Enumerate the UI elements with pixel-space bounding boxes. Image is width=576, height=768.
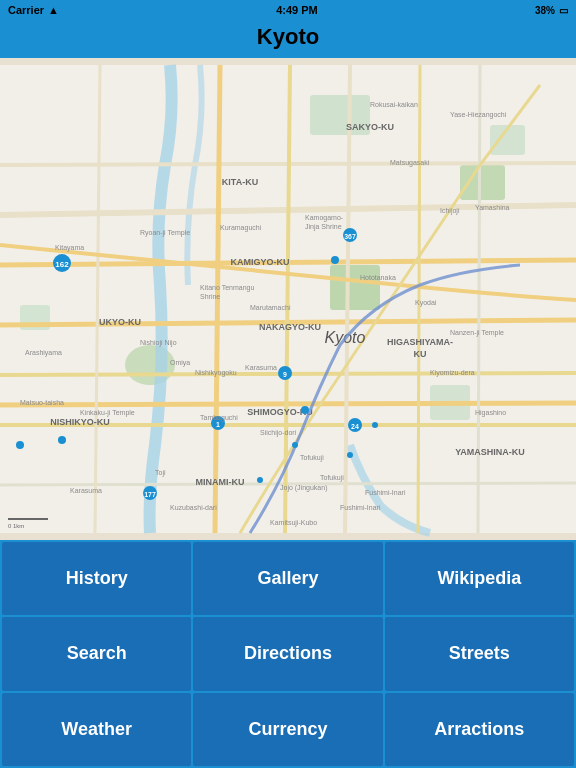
svg-text:Shrine: Shrine [200,293,220,300]
svg-text:Kinkaku-ji Temple: Kinkaku-ji Temple [80,409,135,417]
svg-text:SAKYO-KU: SAKYO-KU [346,122,394,132]
svg-text:Yamashina: Yamashina [475,204,510,211]
svg-text:Kamogamo-: Kamogamo- [305,214,344,222]
svg-point-35 [301,406,309,414]
svg-text:Matsugasaki: Matsugasaki [390,159,430,167]
wikipedia-button[interactable]: Wikipedia [385,542,574,615]
svg-text:Matsuo-taisha: Matsuo-taisha [20,399,64,406]
svg-text:Tambaguchi: Tambaguchi [200,414,238,422]
svg-text:24: 24 [351,423,359,430]
map-svg[interactable]: SAKYO-KU KITA-KU KAMIGYO-KU UKYO-KU NAKA… [0,58,576,540]
svg-text:Nishikyogoku: Nishikyogoku [195,369,237,377]
directions-button[interactable]: Directions [193,617,382,690]
battery-label: 38% [535,5,555,16]
svg-point-39 [372,422,378,428]
status-left: Carrier ▲ [8,4,59,16]
svg-point-38 [257,477,263,483]
svg-text:Kuramaguchi: Kuramaguchi [220,224,262,232]
svg-text:Siichijo-dori: Siichijo-dori [260,429,297,437]
svg-text:Kamitsuji-Kubo: Kamitsuji-Kubo [270,519,317,527]
svg-text:Hototanaka: Hototanaka [360,274,396,281]
svg-text:Kuzubashi-dari: Kuzubashi-dari [170,504,217,511]
carrier-label: Carrier [8,4,44,16]
svg-text:Higashino: Higashino [475,409,506,417]
svg-text:KAMIGYO-KU: KAMIGYO-KU [231,257,290,267]
svg-text:Nanzen-ji Temple: Nanzen-ji Temple [450,329,504,337]
battery-icon: ▭ [559,5,568,16]
svg-text:HIGASHIYAMA-: HIGASHIYAMA- [387,337,453,347]
svg-text:Tofukuji: Tofukuji [300,454,324,462]
wifi-icon: ▲ [48,4,59,16]
svg-text:UKYO-KU: UKYO-KU [99,317,141,327]
svg-text:Fushimi-Inari: Fushimi-Inari [340,504,381,511]
svg-text:Marutamachi: Marutamachi [250,304,291,311]
map-container[interactable]: SAKYO-KU KITA-KU KAMIGYO-KU UKYO-KU NAKA… [0,58,576,540]
status-right: 38% ▭ [535,5,568,16]
svg-text:162: 162 [55,260,69,269]
svg-text:Kyodai: Kyodai [415,299,437,307]
svg-text:Karasuma: Karasuma [70,487,102,494]
status-time: 4:49 PM [276,4,318,16]
svg-text:Ryoan-ji Temple: Ryoan-ji Temple [140,229,190,237]
svg-text:Nishioji Nijo: Nishioji Nijo [140,339,177,347]
svg-text:Jojo (Jingukan): Jojo (Jingukan) [280,484,327,492]
svg-text:177: 177 [144,491,156,498]
svg-point-40 [58,436,66,444]
svg-rect-2 [330,265,380,310]
svg-text:Rokusai-kaikan: Rokusai-kaikan [370,101,418,108]
svg-text:Kitano Tenmangu: Kitano Tenmangu [200,284,254,292]
svg-text:Tofukuji: Tofukuji [320,474,344,482]
svg-text:YAMASHINA-KU: YAMASHINA-KU [455,447,525,457]
streets-button[interactable]: Streets [385,617,574,690]
svg-text:KU: KU [414,349,427,359]
svg-text:367: 367 [344,233,356,240]
svg-text:Jinja Shrine: Jinja Shrine [305,223,342,231]
svg-text:Ichijoji: Ichijoji [440,207,460,215]
gallery-button[interactable]: Gallery [193,542,382,615]
svg-point-36 [347,452,353,458]
svg-text:Kitayama: Kitayama [55,244,84,252]
svg-text:Arashiyama: Arashiyama [25,349,62,357]
svg-text:NAKAGYO-KU: NAKAGYO-KU [259,322,321,332]
svg-text:Karasuma: Karasuma [245,364,277,371]
status-bar: Carrier ▲ 4:49 PM 38% ▭ [0,0,576,20]
svg-text:Omiya: Omiya [170,359,190,367]
svg-text:1: 1 [216,421,220,428]
weather-button[interactable]: Weather [2,693,191,766]
svg-point-41 [16,441,24,449]
page-title: Kyoto [0,24,576,50]
svg-text:Yase-Hiezangochi: Yase-Hiezangochi [450,111,507,119]
svg-point-34 [331,256,339,264]
bottom-grid: HistoryGalleryWikipediaSearchDirectionsS… [0,540,576,768]
currency-button[interactable]: Currency [193,693,382,766]
svg-text:MINAMI-KU: MINAMI-KU [196,477,245,487]
svg-point-37 [292,442,298,448]
svg-text:Toji: Toji [155,469,166,477]
svg-text:0   1km: 0 1km [8,523,24,529]
svg-text:Fushimi-Inari: Fushimi-Inari [365,489,406,496]
title-bar: Kyoto [0,20,576,58]
svg-text:NISHIKYO-KU: NISHIKYO-KU [50,417,110,427]
arractions-button[interactable]: Arractions [385,693,574,766]
svg-text:9: 9 [283,371,287,378]
search-button[interactable]: Search [2,617,191,690]
svg-rect-90 [8,518,48,520]
history-button[interactable]: History [2,542,191,615]
svg-text:KITA-KU: KITA-KU [222,177,258,187]
svg-line-21 [478,65,480,533]
svg-text:Kiyomizu-dera: Kiyomizu-dera [430,369,475,377]
